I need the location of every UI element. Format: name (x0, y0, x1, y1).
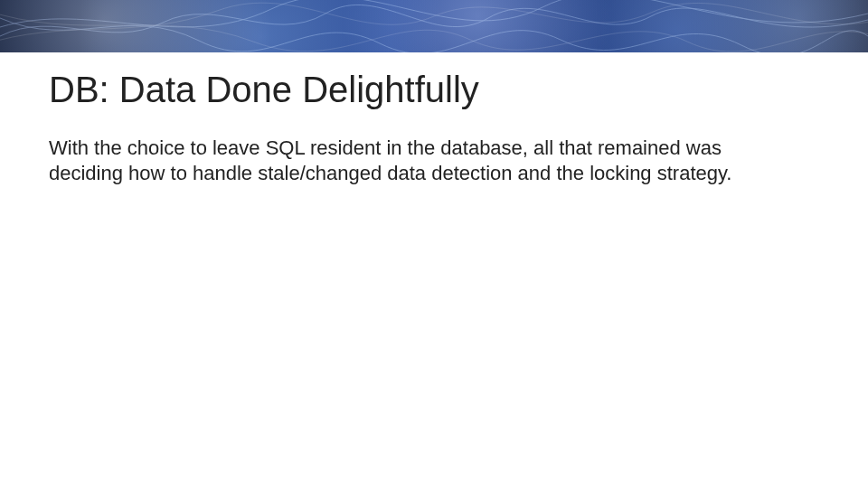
slide-title: DB: Data Done Delightfully (49, 69, 819, 110)
banner-image (0, 0, 868, 52)
slide-content: DB: Data Done Delightfully With the choi… (0, 52, 868, 185)
banner-fractal-overlay (0, 0, 868, 52)
slide-body-text: With the choice to leave SQL resident in… (49, 136, 745, 185)
